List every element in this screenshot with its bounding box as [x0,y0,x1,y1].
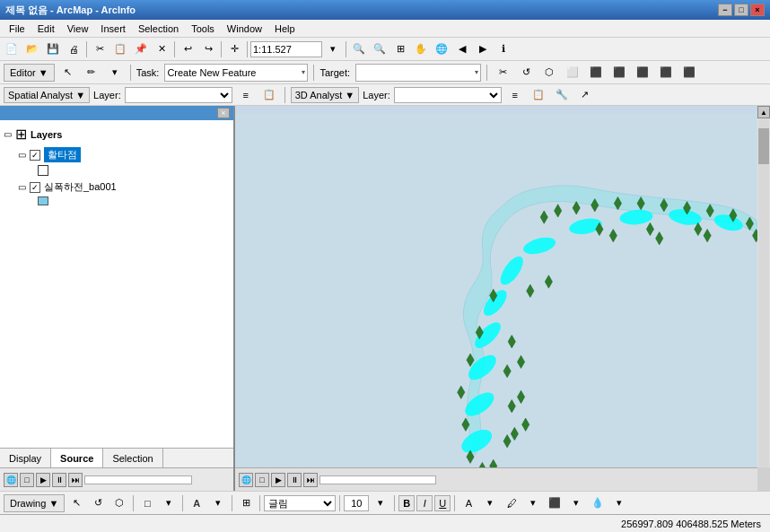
3d-analyst-btn2[interactable]: 📋 [529,85,548,105]
scroll-thumb[interactable] [758,128,769,164]
full-extent-button[interactable]: ⊞ [390,39,410,59]
zoom-in-button[interactable]: 🔍 [349,39,369,59]
fill-arrow[interactable]: ▾ [609,493,629,513]
scale-input[interactable]: 1:11.527 [250,41,322,57]
layers-collapse-icon[interactable]: ▭ [4,129,12,139]
font-size-arrow[interactable]: ▾ [371,493,390,513]
layer2-collapse-icon[interactable]: ▭ [18,182,26,192]
menu-help[interactable]: Help [269,22,301,35]
font-size-input[interactable] [344,495,369,511]
scale-dropdown[interactable]: ▾ [323,39,343,59]
play-btn[interactable]: ▶ [36,473,50,487]
paste-button[interactable]: 📌 [131,39,151,59]
fill-btn[interactable]: 💧 [588,493,608,513]
italic-button[interactable]: I [416,495,433,511]
underline-button[interactable]: U [434,495,451,511]
rect-draw-arrow[interactable]: ▾ [159,493,179,513]
scroll-up-btn[interactable]: ▲ [757,106,770,118]
print-button[interactable]: 🖨 [64,39,83,59]
menu-view[interactable]: View [62,22,94,35]
map-canvas[interactable] [235,106,770,491]
editor-dropdown-button[interactable]: Editor ▼ [4,64,55,82]
menu-tools[interactable]: Tools [186,22,220,35]
back-button[interactable]: ◀ [452,39,472,59]
globe-button[interactable]: 🌐 [432,39,451,59]
zoom-out-button[interactable]: 🔍 [370,39,389,59]
edit-btn3[interactable]: ⬡ [539,63,559,83]
toc-tab-source[interactable]: Source [51,449,103,467]
spatial-analyst-btn2[interactable]: 📋 [259,85,279,105]
edit-btn5[interactable]: ⬛ [586,63,606,83]
rect-draw-tool[interactable]: □ [137,493,157,513]
rotate-tool[interactable]: ↺ [88,493,108,513]
pause-nav-btn[interactable]: ⏸ [287,473,302,487]
scroll-track[interactable] [758,119,769,477]
toc-tab-display[interactable]: Display [0,449,51,467]
drawing-dropdown-button[interactable]: Drawing ▼ [4,494,65,512]
edit-btn9[interactable]: ⬛ [679,63,699,83]
line-color-arrow[interactable]: ▾ [566,493,586,513]
skip-btn[interactable]: ⏭ [68,473,83,487]
layer2-name[interactable]: 실폭하전_ba001 [44,180,117,194]
edit-btn8[interactable]: ⬛ [656,63,676,83]
font-color-btn2[interactable]: ▾ [480,493,500,513]
font-color-arrow[interactable]: ▾ [208,493,228,513]
menu-edit[interactable]: Edit [32,22,60,35]
3d-analyst-btn3[interactable]: 🔧 [552,85,572,105]
cut-button[interactable]: ✂ [90,39,109,59]
identify-button[interactable]: ℹ [494,39,513,59]
end-nav-btn[interactable]: ⏭ [303,473,318,487]
globe-mini-btn[interactable]: 🌐 [4,473,18,487]
edit-btn1[interactable]: ✂ [493,63,512,83]
close-button[interactable]: × [750,4,765,16]
pan-map-button[interactable]: ✋ [411,39,431,59]
redo-button[interactable]: ↪ [198,39,218,59]
toc-tab-selection[interactable]: Selection [103,449,162,467]
highlight-btn[interactable]: 🖊 [502,493,521,513]
layer1-collapse-icon[interactable]: ▭ [18,150,26,160]
layer1-name[interactable]: 활타점 [44,147,81,162]
font-name-select[interactable]: 글림 [264,495,336,511]
rect-nav-btn[interactable]: □ [255,473,269,487]
font-color-btn[interactable]: A [459,493,478,513]
delete-button[interactable]: ✕ [152,39,171,59]
play-nav-btn[interactable]: ▶ [271,473,285,487]
spatial-analyst-layer-select[interactable] [125,87,232,103]
menu-file[interactable]: File [4,22,31,35]
globe-nav-btn[interactable]: 🌐 [239,473,253,487]
edit-btn2[interactable]: ↺ [516,63,536,83]
select-tool[interactable]: ↖ [66,493,86,513]
analyst-3d-button[interactable]: 3D Analyst ▼ [291,87,360,103]
target-dropdown[interactable]: ▾ [355,64,481,82]
menu-window[interactable]: Window [222,22,267,35]
undo-button[interactable]: ↩ [178,39,197,59]
maximize-button[interactable]: □ [734,4,748,16]
edit-btn4[interactable]: ⬜ [563,63,582,83]
edit-tool-dropdown[interactable]: ▾ [105,63,125,83]
edit-btn6[interactable]: ⬛ [609,63,629,83]
font-color-a[interactable]: A [187,493,206,513]
rect-mini-btn[interactable]: □ [20,473,34,487]
menu-selection[interactable]: Selection [133,22,184,35]
draw-extra-btn[interactable]: ⊞ [236,493,256,513]
new-button[interactable]: 📄 [2,39,22,59]
forward-button[interactable]: ▶ [473,39,493,59]
spatial-analyst-button[interactable]: Spatial Analyst ▼ [4,87,90,103]
menu-insert[interactable]: Insert [95,22,131,35]
minimize-button[interactable]: − [718,4,732,16]
pencil-tool[interactable]: ✏ [82,63,101,83]
edit-btn7[interactable]: ⬛ [633,63,652,83]
3d-analyst-btn4[interactable]: ↗ [575,85,595,105]
save-button[interactable]: 💾 [43,39,63,59]
pointer-tool[interactable]: ↖ [58,63,78,83]
toc-close-button[interactable]: × [217,108,230,118]
layer2-checkbox[interactable]: ✓ [30,182,40,193]
copy-button[interactable]: 📋 [110,39,130,59]
line-color-btn[interactable]: ⬛ [545,493,564,513]
3d-analyst-btn1[interactable]: ≡ [505,85,525,105]
layer1-checkbox[interactable]: ✓ [30,150,40,161]
pan-button[interactable]: ✛ [224,39,244,59]
spatial-analyst-btn1[interactable]: ≡ [236,85,256,105]
map-area[interactable]: ▲ ▼ 🌐 □ ▶ ⏸ ⏭ [235,106,770,491]
highlight-arrow[interactable]: ▾ [523,493,543,513]
